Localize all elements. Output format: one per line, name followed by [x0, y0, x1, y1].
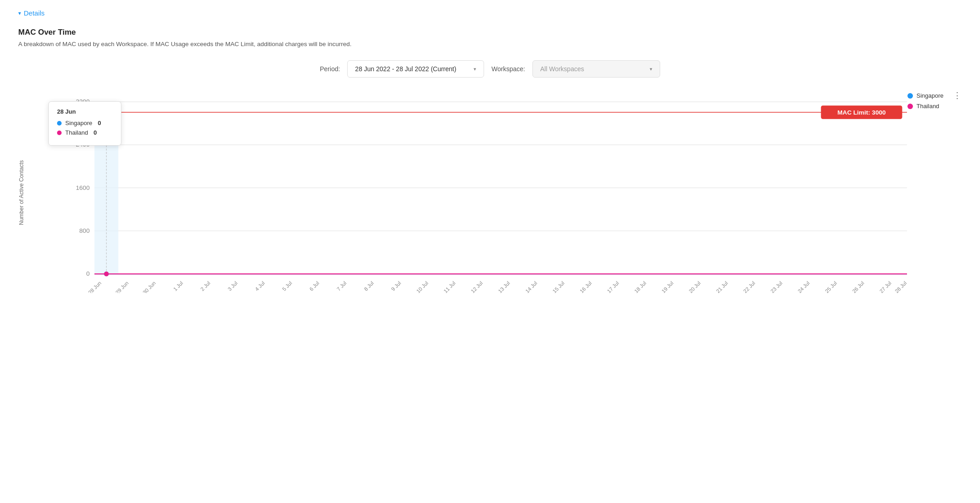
tooltip-value-thailand: 0: [94, 129, 97, 136]
tooltip-date: 28 Jun: [57, 108, 113, 115]
svg-text:9 Jul: 9 Jul: [390, 280, 402, 292]
svg-text:25 Jul: 25 Jul: [824, 280, 838, 293]
workspace-chevron-icon: ▾: [650, 66, 652, 72]
svg-text:28 Jun: 28 Jun: [87, 280, 102, 293]
svg-text:10 Jul: 10 Jul: [415, 280, 429, 293]
svg-text:24 Jul: 24 Jul: [797, 280, 810, 293]
svg-text:15 Jul: 15 Jul: [552, 280, 565, 293]
period-value: 28 Jun 2022 - 28 Jul 2022 (Current): [355, 65, 456, 73]
svg-text:14 Jul: 14 Jul: [524, 280, 538, 293]
svg-text:1600: 1600: [76, 184, 90, 191]
svg-text:MAC Limit: 3000: MAC Limit: 3000: [837, 109, 886, 116]
details-toggle-label: Details: [24, 9, 45, 17]
svg-text:4 Jul: 4 Jul: [254, 280, 266, 292]
svg-point-47: [104, 272, 109, 276]
svg-text:2 Jul: 2 Jul: [199, 280, 211, 292]
svg-text:7 Jul: 7 Jul: [336, 280, 348, 292]
svg-text:30 Jun: 30 Jun: [142, 280, 157, 293]
tooltip-dot-singapore: [57, 121, 62, 126]
svg-text:26 Jul: 26 Jul: [851, 280, 865, 293]
chart-controls: Period: 28 Jun 2022 - 28 Jul 2022 (Curre…: [18, 60, 962, 78]
tooltip-dot-thailand: [57, 131, 62, 135]
section-title: MAC Over Time: [18, 28, 962, 37]
svg-text:16 Jul: 16 Jul: [579, 280, 593, 293]
svg-text:29 Jun: 29 Jun: [115, 280, 130, 293]
chart-svg: 3200 2400 1600 800 0 MAC Limit: 3000 28 …: [30, 92, 962, 293]
workspace-value: All Workspaces: [540, 65, 584, 73]
y-axis-label: Number of Active Contacts: [18, 101, 25, 284]
svg-text:19 Jul: 19 Jul: [661, 280, 674, 293]
section-description: A breakdown of MAC used by each Workspac…: [18, 41, 962, 47]
workspace-label: Workspace:: [491, 65, 525, 73]
svg-text:13 Jul: 13 Jul: [497, 280, 511, 293]
svg-text:27 Jul: 27 Jul: [879, 280, 892, 293]
workspace-dropdown[interactable]: All Workspaces ▾: [532, 60, 660, 78]
svg-text:20 Jul: 20 Jul: [688, 280, 702, 293]
period-label: Period:: [320, 65, 340, 73]
tooltip-label-singapore: Singapore: [65, 120, 92, 126]
svg-text:800: 800: [79, 227, 90, 234]
chart-wrapper: Number of Active Contacts Singapore Thai…: [18, 92, 962, 293]
svg-text:17 Jul: 17 Jul: [606, 280, 620, 293]
svg-text:1 Jul: 1 Jul: [172, 280, 184, 292]
details-toggle[interactable]: ▾ Details: [18, 9, 962, 17]
tooltip-row-thailand: Thailand 0: [57, 129, 113, 136]
svg-text:8 Jul: 8 Jul: [363, 280, 375, 292]
svg-text:21 Jul: 21 Jul: [715, 280, 729, 293]
chart-tooltip: 28 Jun Singapore 0 Thailand 0: [48, 101, 121, 146]
tooltip-row-singapore: Singapore 0: [57, 120, 113, 126]
tooltip-label-thailand: Thailand: [65, 129, 88, 136]
svg-text:0: 0: [86, 270, 90, 277]
svg-text:18 Jul: 18 Jul: [633, 280, 647, 293]
svg-text:11 Jul: 11 Jul: [443, 280, 456, 293]
svg-text:23 Jul: 23 Jul: [770, 280, 783, 293]
tooltip-value-singapore: 0: [98, 120, 101, 126]
chart-inner: Singapore Thailand ⋮ 28 Jun Singapore 0 …: [30, 92, 962, 293]
svg-text:28 Jul: 28 Jul: [894, 280, 907, 293]
svg-text:12 Jul: 12 Jul: [470, 280, 484, 293]
chart-svg-container: 28 Jun Singapore 0 Thailand 0: [30, 92, 962, 293]
chevron-down-icon: ▾: [18, 10, 21, 16]
svg-text:22 Jul: 22 Jul: [742, 280, 756, 293]
period-chevron-icon: ▾: [474, 66, 476, 72]
svg-text:5 Jul: 5 Jul: [281, 280, 293, 292]
svg-text:6 Jul: 6 Jul: [308, 280, 320, 292]
period-dropdown[interactable]: 28 Jun 2022 - 28 Jul 2022 (Current) ▾: [347, 60, 484, 78]
svg-text:3 Jul: 3 Jul: [227, 280, 239, 292]
